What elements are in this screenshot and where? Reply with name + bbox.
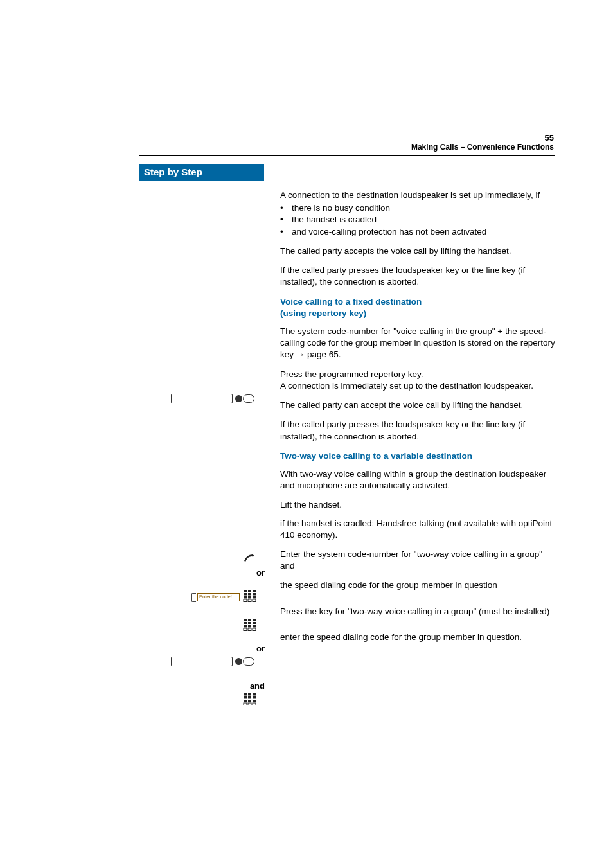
- manual-page: Making Calls – Convenience Functions Ste…: [0, 0, 613, 180]
- keypad-frame-icon: [191, 593, 196, 602]
- svg-rect-28: [248, 696, 251, 699]
- svg-rect-3: [244, 593, 247, 596]
- svg-rect-27: [244, 696, 247, 699]
- section1-p1: The system code-number for "voice callin…: [280, 326, 555, 361]
- key-body-icon: [171, 657, 233, 666]
- main-content: A connection to the destination loudspea…: [280, 190, 555, 651]
- running-header: Making Calls – Convenience Functions: [411, 143, 554, 152]
- code-text: Enter the system code-number for "two-wa…: [280, 549, 555, 572]
- svg-rect-33: [244, 703, 247, 705]
- svg-rect-34: [248, 703, 251, 705]
- svg-rect-15: [244, 622, 247, 624]
- key-led-icon: [235, 658, 242, 665]
- intro-p3: If the called party presses the loudspea…: [280, 265, 555, 288]
- section1-title-line2: (using repertory key): [280, 308, 366, 318]
- svg-rect-20: [253, 625, 256, 628]
- section1-p2: Press the programmed repertory key. A co…: [280, 369, 555, 392]
- programmable-key-icon: [171, 657, 254, 666]
- svg-rect-12: [244, 619, 247, 621]
- svg-rect-5: [253, 593, 256, 596]
- text: .: [339, 350, 341, 359]
- intro-p2: The called party accepts the voice call …: [280, 245, 555, 257]
- bullet-item: there is no busy condition: [280, 202, 555, 214]
- bullet-item: the handset is cradled: [280, 214, 555, 226]
- svg-rect-7: [248, 596, 251, 599]
- svg-rect-32: [253, 700, 256, 702]
- section2-p1: With two-way voice calling within a grou…: [280, 468, 555, 492]
- svg-rect-24: [244, 693, 247, 696]
- svg-rect-9: [244, 599, 247, 602]
- intro-lead: A connection to the destination loudspea…: [280, 190, 555, 201]
- svg-rect-17: [253, 622, 256, 624]
- step-by-step-badge: Step by Step: [139, 164, 264, 181]
- key-button-icon: [243, 394, 254, 403]
- section1-title-line1: Voice calling to a fixed destination: [280, 297, 422, 306]
- svg-rect-23: [253, 628, 256, 631]
- or-label: or: [239, 644, 265, 653]
- svg-rect-4: [248, 593, 251, 596]
- svg-rect-8: [253, 596, 256, 599]
- svg-rect-13: [248, 619, 251, 621]
- svg-rect-0: [244, 590, 247, 592]
- key-text: Press the key for "two-way voice calling…: [280, 606, 555, 617]
- or-label: or: [239, 568, 265, 578]
- svg-rect-19: [248, 625, 251, 628]
- key-body-icon: [171, 394, 233, 403]
- svg-rect-29: [253, 696, 256, 699]
- keypad-icon: [243, 589, 257, 603]
- svg-rect-2: [253, 590, 256, 592]
- lift-handset-text: Lift the handset.: [280, 499, 555, 511]
- svg-rect-25: [248, 693, 251, 696]
- repertory-key-icon: [171, 394, 254, 403]
- svg-rect-26: [253, 693, 256, 696]
- svg-rect-22: [248, 628, 251, 631]
- intro-bullets: there is no busy condition the handset i…: [280, 202, 555, 238]
- page-number: 55: [545, 133, 554, 143]
- svg-rect-10: [248, 599, 251, 602]
- svg-rect-18: [244, 625, 247, 628]
- svg-rect-35: [253, 703, 256, 705]
- svg-rect-1: [248, 590, 251, 592]
- and-text: enter the speed dialing code for the gro…: [280, 632, 555, 643]
- section2-title: Two-way voice calling to a variable dest…: [280, 450, 555, 462]
- svg-rect-16: [248, 622, 251, 624]
- lift-handset-icon: [243, 553, 256, 565]
- keypad-icon: [243, 693, 257, 707]
- and-label: and: [239, 681, 265, 691]
- keypad-icon: [243, 618, 257, 632]
- or1-text: if the handset is cradled: Handsfree tal…: [280, 518, 555, 541]
- svg-rect-6: [244, 596, 247, 599]
- enter-code-prompt: Enter the code!: [197, 593, 240, 601]
- svg-rect-11: [253, 599, 256, 602]
- section1-title: Voice calling to a fixed destination (us…: [280, 296, 555, 319]
- bullet-item: and voice-calling protection has not bee…: [280, 226, 555, 238]
- speed-text: the speed dialing code for the group mem…: [280, 580, 555, 591]
- svg-rect-31: [248, 700, 251, 702]
- key-led-icon: [235, 395, 242, 402]
- svg-rect-30: [244, 700, 247, 702]
- svg-rect-21: [244, 628, 247, 631]
- svg-rect-14: [253, 619, 256, 621]
- header-rule: [139, 155, 555, 156]
- section1-p4: If the called party presses the loudspea…: [280, 419, 555, 442]
- page-cross-ref[interactable]: → page 65: [296, 350, 339, 359]
- key-button-icon: [243, 657, 254, 666]
- section1-p3: The called party can accept the voice ca…: [280, 400, 555, 411]
